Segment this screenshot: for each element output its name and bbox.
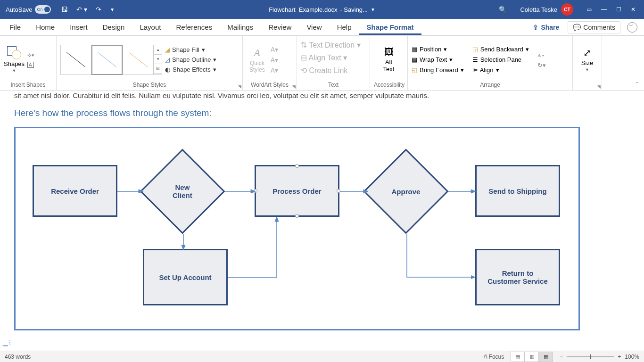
status-bar: 463 words ⎙ Focus ▤ ▥ ▦ − + 100% bbox=[0, 351, 644, 362]
undo-icon[interactable]: ↶ ▾ bbox=[76, 6, 87, 13]
group-arrange: Arrange bbox=[412, 81, 569, 89]
shape-receive-order[interactable]: Receive Order bbox=[33, 165, 117, 217]
saving-status: - Saving... bbox=[340, 6, 368, 13]
qat-customize-icon[interactable]: ▼ bbox=[110, 7, 115, 12]
wordart-icon: A bbox=[254, 47, 260, 59]
shapes-button[interactable]: Shapes ▼ bbox=[4, 46, 25, 73]
zoom-level[interactable]: 100% bbox=[625, 354, 639, 360]
shapes-icon bbox=[7, 46, 21, 59]
maximize-icon[interactable]: ☐ bbox=[616, 6, 621, 13]
body-paragraph: sit amet nisl dolor. Curabitur id elit f… bbox=[14, 90, 630, 99]
print-layout-icon[interactable]: ▥ bbox=[525, 352, 539, 362]
backward-icon: ◲ bbox=[472, 46, 478, 53]
shape-style-gallery[interactable]: ▴▾⊟ bbox=[60, 45, 162, 75]
selected-connector[interactable] bbox=[274, 217, 280, 278]
launcher-icon[interactable]: ◥ bbox=[238, 84, 241, 89]
send-backward-button[interactable]: ◲Send Backward ▾ bbox=[472, 46, 529, 53]
wrap-text-button[interactable]: ▤Wrap Text ▾ bbox=[412, 56, 464, 63]
drawing-canvas[interactable]: Receive Order Process Order Send to Ship… bbox=[14, 127, 580, 330]
avatar: CT bbox=[561, 3, 573, 16]
text-direction-icon: ⇅ bbox=[301, 41, 307, 49]
shape-send-shipping[interactable]: Send to Shipping bbox=[475, 165, 560, 217]
shape-outline-button[interactable]: ◿Shape Outline ▾ bbox=[165, 56, 216, 63]
tab-file[interactable]: File bbox=[2, 19, 28, 35]
align-button[interactable]: ⊫Align ▾ bbox=[472, 66, 529, 74]
rotate-icon[interactable]: ↻▾ bbox=[537, 62, 546, 69]
tab-shape-format[interactable]: Shape Format bbox=[359, 19, 421, 35]
align-icon: ⊫ bbox=[472, 66, 478, 74]
selection-pane-button[interactable]: ☰Selection Pane bbox=[472, 56, 529, 63]
zoom-out-icon[interactable]: − bbox=[560, 354, 563, 360]
autosave-toggle[interactable]: AutoSave bbox=[6, 5, 51, 14]
text-direction-button: ⇅ Text Direction ▾ bbox=[301, 41, 361, 49]
tab-mailings[interactable]: Mailings bbox=[220, 19, 261, 35]
search-icon[interactable]: 🔍 bbox=[499, 6, 507, 13]
shape-new-client[interactable]: New Client bbox=[140, 148, 225, 234]
share-button[interactable]: ⇪Share bbox=[528, 22, 564, 33]
toggle-switch[interactable] bbox=[35, 5, 51, 14]
tab-references[interactable]: References bbox=[168, 19, 220, 35]
collapse-ribbon-icon[interactable]: ⌃ bbox=[635, 81, 639, 87]
svg-marker-11 bbox=[275, 217, 279, 222]
comments-button[interactable]: 💬Comments bbox=[568, 21, 620, 33]
style-preset-3[interactable] bbox=[123, 45, 154, 75]
forward-icon: ◱ bbox=[412, 66, 417, 74]
focus-mode[interactable]: ⎙ Focus bbox=[484, 354, 504, 360]
tab-design[interactable]: Design bbox=[95, 19, 132, 35]
svg-marker-3 bbox=[251, 189, 256, 193]
zoom-in-icon[interactable]: + bbox=[618, 354, 621, 360]
group-text: Text bbox=[301, 81, 366, 89]
text-box-icon[interactable]: A bbox=[27, 62, 34, 68]
launcher-icon[interactable]: ◥ bbox=[292, 84, 296, 89]
tab-insert[interactable]: Insert bbox=[62, 19, 95, 35]
size-button[interactable]: ⤢ Size ▼ bbox=[578, 47, 596, 72]
user-account[interactable]: Coletta Teske CT bbox=[520, 3, 573, 16]
tab-review[interactable]: Review bbox=[261, 19, 299, 35]
gallery-scroll[interactable]: ▴▾⊟ bbox=[154, 45, 162, 75]
align-text-button: ⊟ Align Text ▾ bbox=[301, 53, 347, 62]
wrap-icon: ▤ bbox=[412, 56, 417, 63]
group-shape-styles: Shape Styles bbox=[60, 81, 239, 89]
group-wordart-styles: WordArt Styles bbox=[247, 81, 293, 89]
web-layout-icon[interactable]: ▦ bbox=[539, 352, 553, 362]
redo-icon[interactable]: ↷ bbox=[96, 6, 101, 13]
shape-process-order[interactable]: Process Order bbox=[255, 165, 339, 217]
link-icon: ⟲ bbox=[301, 66, 307, 74]
style-preset-1[interactable] bbox=[60, 45, 91, 75]
alt-text-button[interactable]: 🖼 Alt Text bbox=[380, 47, 397, 73]
text-fill-icon: A▾ bbox=[271, 46, 278, 53]
shape-setup-account[interactable]: Set Up Account bbox=[143, 249, 228, 305]
shape-approve[interactable]: Approve bbox=[363, 148, 448, 234]
tab-view[interactable]: View bbox=[299, 19, 329, 35]
position-button[interactable]: ▦Position ▾ bbox=[412, 46, 464, 53]
minimize-icon[interactable]: — bbox=[601, 6, 607, 13]
edit-shape-icon[interactable]: ⟡▾ bbox=[27, 51, 34, 59]
selection-icon: ☰ bbox=[472, 56, 478, 63]
feedback-icon[interactable] bbox=[627, 22, 637, 33]
bring-forward-button[interactable]: ◱Bring Forward ▾ bbox=[412, 66, 464, 74]
document-area[interactable]: sit amet nisl dolor. Curabitur id elit f… bbox=[0, 90, 644, 351]
shape-return-cs[interactable]: Return to Customer Service bbox=[475, 249, 560, 305]
shape-fill-button[interactable]: ◢Shape Fill ▾ bbox=[165, 46, 216, 53]
effects-icon: ◐ bbox=[165, 66, 170, 73]
close-icon[interactable]: ✕ bbox=[631, 6, 636, 13]
save-icon[interactable]: 🖫 bbox=[61, 6, 68, 13]
word-count[interactable]: 463 words bbox=[5, 354, 31, 360]
zoom-control[interactable]: − + 100% bbox=[560, 354, 639, 360]
dropdown-icon[interactable]: ▼ bbox=[371, 7, 375, 12]
comment-icon: 💬 bbox=[573, 24, 581, 31]
tab-layout[interactable]: Layout bbox=[132, 19, 168, 35]
group-objects-icon[interactable]: ⟁▾ bbox=[537, 51, 546, 58]
read-mode-icon[interactable]: ▤ bbox=[511, 352, 525, 362]
fill-icon: ◢ bbox=[165, 46, 170, 53]
autosave-label: AutoSave bbox=[6, 6, 32, 13]
ribbon-display-icon[interactable]: ▭ bbox=[586, 6, 592, 13]
style-preset-2[interactable] bbox=[91, 45, 123, 75]
svg-marker-13 bbox=[471, 275, 476, 279]
tab-home[interactable]: Home bbox=[28, 19, 62, 35]
launcher-icon[interactable]: ◥ bbox=[597, 84, 601, 89]
shape-effects-button[interactable]: ◐Shape Effects ▾ bbox=[165, 66, 216, 73]
tab-help[interactable]: Help bbox=[330, 19, 359, 35]
zoom-slider[interactable] bbox=[567, 356, 614, 357]
create-link-button: ⟲ Create Link bbox=[301, 66, 347, 75]
